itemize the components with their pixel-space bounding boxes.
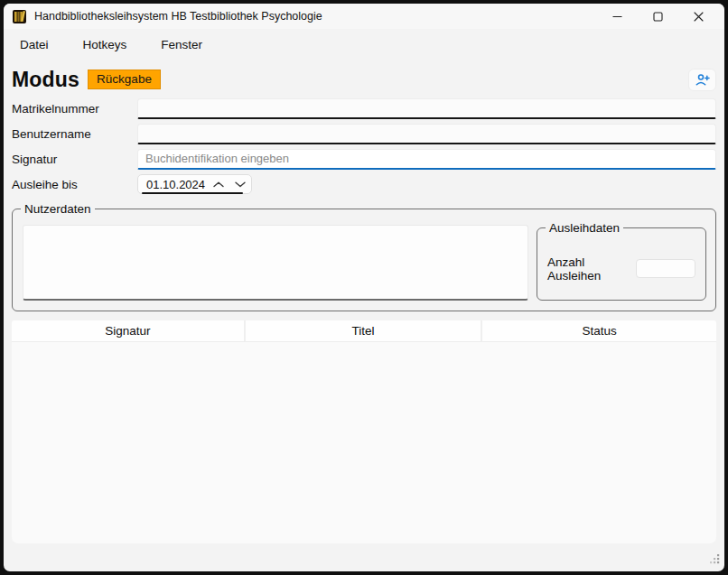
person-add-icon (695, 73, 710, 87)
column-header-titel[interactable]: Titel (246, 320, 482, 342)
lending-form: Matrikelnummer Benutzername Signatur Aus… (12, 96, 716, 197)
date-value: 01.10.2024 (138, 178, 208, 191)
signatur-label: Signatur (12, 153, 137, 166)
results-table: Signatur Titel Status (12, 320, 716, 543)
table-body-empty[interactable] (12, 342, 716, 543)
window-title: Handbibliotheksleihsystem HB Testbibliot… (34, 10, 322, 23)
ausleihdaten-group-title: Ausleihdaten (546, 220, 623, 236)
benutzername-field[interactable] (137, 124, 716, 144)
nutzerdaten-textarea[interactable] (23, 225, 528, 301)
content-area: Modus Rückgabe Matrikelnummer (4, 60, 724, 543)
benutzername-label: Benutzername (12, 127, 137, 141)
menu-item-hotkeys[interactable]: Hotkeys (83, 38, 127, 51)
ausleihe-bis-date-spinner[interactable]: 01.10.2024 (137, 174, 252, 194)
anzahl-ausleihen-field[interactable] (636, 259, 695, 278)
menu-item-datei[interactable]: Datei (20, 38, 49, 51)
form-row-signatur: Signatur (12, 146, 716, 172)
anzahl-ausleihen-label: Anzahl Ausleihen (547, 255, 636, 283)
ausleihe-bis-label: Ausleihe bis (12, 178, 137, 191)
form-row-ausleihe-bis: Ausleihe bis 01.10.2024 (12, 172, 716, 197)
nutzerdaten-groupbox: Nutzerdaten Ausleihdaten Anzahl Ausleihe… (12, 209, 716, 311)
app-window: Handbibliotheksleihsystem HB Testbibliot… (0, 0, 728, 575)
menubar: Datei Hotkeys Fenster (4, 29, 724, 60)
form-row-benutzername: Benutzername (12, 121, 716, 146)
titlebar: Handbibliotheksleihsystem HB Testbibliot… (4, 4, 724, 29)
mode-badge: Rückgabe (88, 70, 161, 90)
add-user-button[interactable] (688, 69, 716, 91)
maximize-icon[interactable] (638, 4, 678, 29)
close-icon[interactable] (678, 4, 719, 29)
table-header-row: Signatur Titel Status (12, 320, 716, 342)
window-inner: Handbibliotheksleihsystem HB Testbibliot… (4, 4, 724, 571)
minimize-icon[interactable] (597, 4, 638, 29)
column-header-signatur[interactable]: Signatur (12, 320, 246, 342)
matrikelnummer-field[interactable] (137, 98, 716, 119)
column-header-status[interactable]: Status (482, 320, 716, 342)
bookshelf-icon (12, 9, 27, 24)
nutzerdaten-group-title: Nutzerdaten (21, 201, 95, 217)
chevron-down-icon[interactable] (229, 175, 251, 193)
mode-header-row: Modus Rückgabe (12, 67, 716, 92)
date-underline (142, 192, 243, 194)
page-title: Modus (12, 68, 79, 92)
form-row-matrikelnummer: Matrikelnummer (12, 96, 716, 121)
chevron-up-icon[interactable] (208, 175, 229, 193)
status-strip (4, 543, 724, 571)
menu-item-fenster[interactable]: Fenster (161, 38, 202, 51)
matrikelnummer-label: Matrikelnummer (12, 102, 137, 116)
resize-grip-icon[interactable] (708, 552, 720, 568)
signatur-field[interactable] (137, 149, 716, 170)
ausleihdaten-groupbox: Ausleihdaten Anzahl Ausleihen (537, 227, 706, 301)
